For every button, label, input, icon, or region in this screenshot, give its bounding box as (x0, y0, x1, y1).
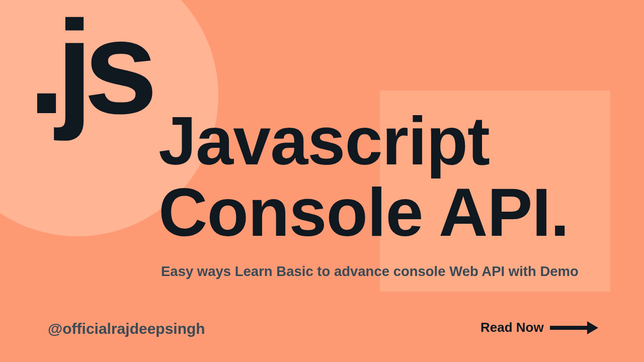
js-logo: .js (28, 0, 149, 144)
headline-line-1: Javascript (158, 106, 569, 177)
author-handle: @officialrajdeepsingh (48, 320, 205, 337)
page-title: Javascript Console API. (158, 106, 569, 248)
subtitle: Easy ways Learn Basic to advance console… (161, 263, 579, 280)
arrow-right-icon (550, 321, 598, 334)
read-now-button[interactable]: Read Now (480, 320, 598, 335)
read-now-label: Read Now (480, 320, 544, 335)
headline-line-2: Console API. (158, 177, 569, 248)
